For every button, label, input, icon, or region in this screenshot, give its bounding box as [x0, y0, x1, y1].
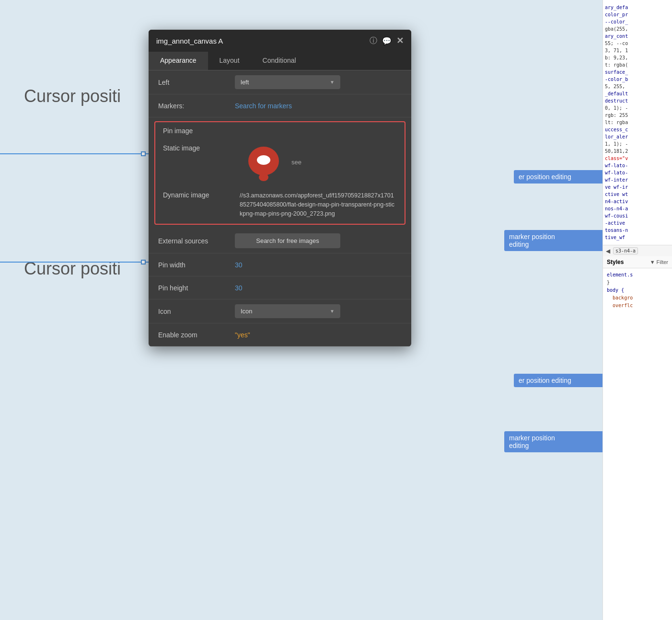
devtools-styles-content: element.s } body { backgro overflc: [603, 268, 672, 312]
info-icon[interactable]: ⓘ: [370, 36, 377, 46]
left-select[interactable]: left ▼: [235, 75, 340, 89]
external-sources-value: Search for free images: [235, 233, 402, 248]
pin-width-row: Pin width 30: [149, 253, 411, 276]
close-icon[interactable]: ✕: [396, 35, 404, 46]
tab-conditional[interactable]: Conditional: [251, 52, 308, 70]
left-label: Left: [158, 79, 235, 86]
markers-value: Search for markers: [235, 102, 402, 110]
blue-row-2: marker positionediting: [504, 230, 610, 251]
blue-row-3: er position editing: [514, 374, 610, 387]
icon-select[interactable]: Icon ▼: [235, 304, 340, 318]
h-line-1: [0, 153, 153, 154]
icon-select-value: Icon: [241, 308, 253, 315]
dynamic-image-label: Dynamic image: [163, 191, 240, 199]
modal-tabs: Appearance Layout Conditional: [149, 52, 411, 70]
comment-icon[interactable]: 💬: [382, 36, 392, 46]
h-line-2: [0, 262, 153, 263]
devtools-arrow[interactable]: ◀: [606, 248, 610, 254]
pin-width-number[interactable]: 30: [235, 261, 243, 269]
devtools-filter[interactable]: ▼ Filter: [650, 259, 668, 265]
devtools-class-badge: s3-n4-a: [613, 247, 638, 254]
markers-label: Markers:: [158, 102, 235, 110]
enable-zoom-row: Enable zoom "yes": [149, 323, 411, 346]
devtools-panel: ary_defa color_pr --color_ gba(255, ary_…: [602, 0, 672, 620]
modal-header-icons: ⓘ 💬 ✕: [370, 35, 404, 46]
cursor-position-1: Cursor positi: [24, 86, 121, 106]
filter-icon: ▼: [650, 259, 655, 265]
pin-height-row: Pin height 30: [149, 276, 411, 299]
line-dot-2: [141, 260, 146, 264]
modal-panel: img_annot_canvas A ⓘ 💬 ✕ Appearance Layo…: [149, 30, 411, 346]
dynamic-url-value[interactable]: //s3.amazonaws.com/appforest_uf/f1597059…: [240, 191, 397, 218]
enable-zoom-label: Enable zoom: [158, 331, 235, 339]
blue-row-1: er position editing: [514, 170, 610, 184]
devtools-toolbar: ◀ s3-n4-a: [603, 245, 672, 256]
blue-row-4: marker positionediting: [504, 431, 610, 452]
pin-height-label: Pin height: [158, 284, 235, 292]
static-image-label: Static image: [163, 140, 240, 152]
tab-appearance[interactable]: Appearance: [149, 52, 208, 70]
external-sources-row: External sources Search for free images: [149, 229, 411, 253]
see-link[interactable]: see: [291, 159, 301, 166]
icon-select-arrow-icon: ▼: [330, 309, 335, 314]
icon-row: Icon Icon ▼: [149, 299, 411, 323]
pin-image-section: Pin image Static image see Dynamic i: [154, 121, 406, 225]
select-arrow-icon: ▼: [330, 80, 335, 85]
devtools-styles-header: Styles ▼ Filter: [603, 256, 672, 268]
left-value: left ▼: [235, 75, 402, 89]
left-select-value: left: [241, 79, 249, 86]
markers-search-link[interactable]: Search for markers: [235, 102, 292, 110]
devtools-code: ary_defa color_pr --color_ gba(255, ary_…: [603, 0, 672, 245]
modal-title: img_annot_canvas A: [156, 37, 223, 45]
external-sources-label: External sources: [158, 237, 235, 245]
enable-zoom-value: "yes": [235, 331, 402, 339]
pin-svg: [248, 143, 279, 181]
tab-layout[interactable]: Layout: [208, 52, 251, 70]
modal-header: img_annot_canvas A ⓘ 💬 ✕: [149, 30, 411, 52]
pin-width-value: 30: [235, 261, 402, 269]
svg-point-3: [257, 155, 270, 165]
icon-value: Icon ▼: [235, 304, 402, 318]
line-dot-1: [141, 151, 146, 156]
modal-content: Left left ▼ Markers: Search for markers …: [149, 70, 411, 346]
dynamic-image-row: Dynamic image //s3.amazonaws.com/appfore…: [155, 187, 405, 224]
markers-field-row: Markers: Search for markers: [149, 94, 411, 117]
pin-height-value: 30: [235, 284, 402, 292]
pin-height-number[interactable]: 30: [235, 284, 243, 292]
icon-label: Icon: [158, 308, 235, 315]
pin-width-label: Pin width: [158, 261, 235, 269]
filter-label: Filter: [657, 259, 668, 265]
search-free-images-button[interactable]: Search for free images: [235, 233, 340, 248]
left-field-row: Left left ▼: [149, 70, 411, 94]
devtools-styles-title: Styles: [607, 259, 624, 265]
pin-preview[interactable]: [240, 140, 288, 184]
enable-zoom-val[interactable]: "yes": [235, 331, 250, 339]
static-image-row: Static image see: [155, 137, 405, 187]
pin-image-header: Pin image: [155, 122, 405, 137]
